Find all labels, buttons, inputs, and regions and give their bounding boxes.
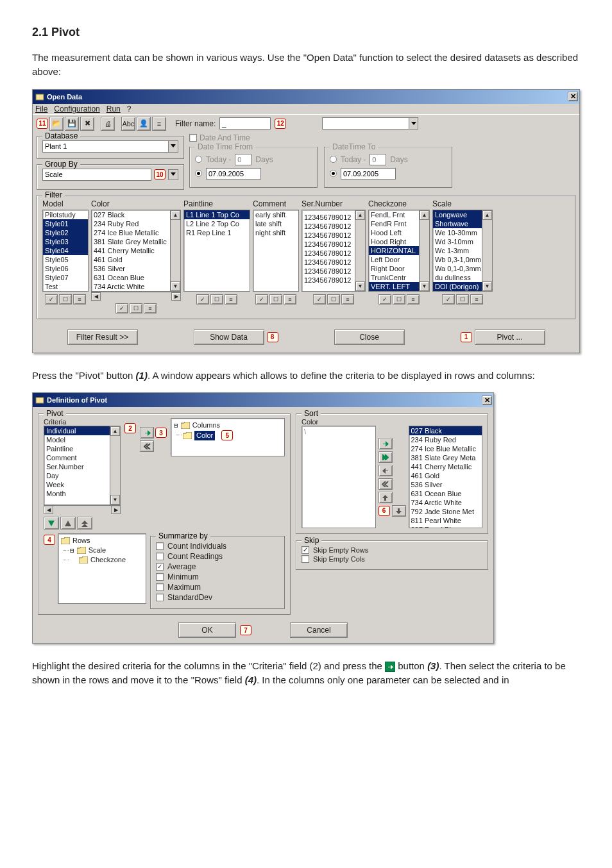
- scale-node[interactable]: Scale: [89, 546, 106, 555]
- list-item[interactable]: VERT. LEFT: [369, 282, 419, 291]
- scrollbar[interactable]: ▲▼: [482, 210, 492, 291]
- list-item[interactable]: Left Door: [369, 255, 419, 264]
- hscrollbar[interactable]: ◀▶: [91, 292, 181, 301]
- list-item[interactable]: We 10-30mm: [433, 228, 482, 237]
- tb-delete[interactable]: ✖: [80, 117, 94, 131]
- from-today-radio[interactable]: [195, 156, 202, 163]
- select-invert-button[interactable]: ≡: [284, 294, 296, 305]
- scrollbar[interactable]: ▲▼: [419, 210, 429, 291]
- scroll-down-icon[interactable]: ▼: [171, 281, 180, 291]
- tb-abc[interactable]: Abc: [121, 117, 135, 131]
- scroll-left-icon[interactable]: ◀: [44, 506, 53, 514]
- from-days-input[interactable]: [235, 154, 251, 165]
- list-item[interactable]: Week: [44, 480, 110, 489]
- summarize-checkbox-maximum[interactable]: [156, 583, 164, 591]
- sort-right-listbox[interactable]: 027 Black234 Ruby Red274 Ice Blue Metall…: [409, 426, 483, 528]
- scroll-up-icon[interactable]: ▲: [171, 210, 180, 220]
- list-item[interactable]: 734 Arctic White: [92, 282, 170, 291]
- list-item[interactable]: Style01: [43, 219, 88, 228]
- scroll-left-icon[interactable]: ◀: [91, 292, 101, 301]
- list-item[interactable]: late shift: [253, 219, 298, 228]
- list-item[interactable]: early shift: [253, 210, 298, 219]
- list-item[interactable]: Comment: [44, 453, 110, 462]
- list-item[interactable]: Right Door: [369, 264, 419, 273]
- list-item[interactable]: Wd 3-10mm: [433, 237, 482, 246]
- select-all-button[interactable]: ✓: [442, 294, 455, 305]
- list-item[interactable]: 631 Ocean Blue: [92, 273, 170, 282]
- list-item[interactable]: 274 Ice Blue Metallic: [92, 228, 170, 237]
- list-item[interactable]: FendL Frnt: [369, 210, 419, 219]
- list-item[interactable]: DOI (Dorigon): [433, 282, 482, 291]
- to-today-radio[interactable]: [330, 156, 337, 163]
- columns-color-node[interactable]: Color: [194, 431, 215, 440]
- from-date-radio[interactable]: [195, 170, 202, 177]
- pivot-button[interactable]: Pivot ...: [475, 330, 545, 345]
- list-item[interactable]: Shortwave: [433, 219, 482, 228]
- chevron-down-icon[interactable]: [168, 169, 178, 180]
- list-item[interactable]: Wb 0,3-1,0mm: [433, 255, 482, 264]
- select-none-button[interactable]: ☐: [210, 294, 223, 305]
- filter-list-scale[interactable]: LongwaveShortwaveWe 10-30mmWd 3-10mmWc 1…: [432, 210, 493, 292]
- scroll-up-icon[interactable]: ▲: [482, 210, 492, 220]
- list-item[interactable]: 381 Slate Grey Metallic: [92, 237, 170, 246]
- list-item[interactable]: 987 Royal Blue: [409, 525, 482, 528]
- scroll-down-icon[interactable]: ▼: [110, 495, 120, 505]
- sort-move-all-left[interactable]: [378, 478, 393, 490]
- select-none-button[interactable]: ☐: [130, 303, 142, 313]
- menu-run[interactable]: Run: [106, 104, 121, 113]
- columns-tree[interactable]: ⊟ Columns Color 5: [171, 418, 285, 456]
- list-item[interactable]: 027 Black: [409, 426, 482, 435]
- tb-list[interactable]: ≡: [152, 117, 166, 131]
- list-item[interactable]: night shift: [253, 228, 298, 237]
- select-none-button[interactable]: ☐: [456, 294, 469, 305]
- list-item[interactable]: 123456789012: [302, 249, 355, 258]
- list-item[interactable]: Hood Left: [369, 228, 419, 237]
- list-item[interactable]: 123456789012: [302, 276, 355, 285]
- scroll-right-icon[interactable]: ▶: [171, 292, 181, 301]
- to-days-input[interactable]: [370, 154, 386, 165]
- list-item[interactable]: 123456789012: [302, 267, 355, 276]
- sort-move-all-right[interactable]: [378, 451, 393, 463]
- list-item[interactable]: Longwave: [433, 210, 482, 219]
- list-item[interactable]: Style02: [43, 228, 88, 237]
- select-all-button[interactable]: ✓: [45, 294, 58, 305]
- filter-name-short[interactable]: [219, 117, 271, 129]
- filter-name-combo-input[interactable]: [323, 118, 409, 129]
- nav-down-button[interactable]: [44, 517, 59, 530]
- filter-list-color[interactable]: 027 Black234 Ruby Red274 Ice Blue Metall…: [91, 210, 181, 292]
- list-item[interactable]: 234 Ruby Red: [409, 435, 482, 444]
- filter-list-sernumber[interactable]: 1234567890121234567890121234567890121234…: [302, 210, 366, 292]
- chevron-down-icon[interactable]: [168, 141, 178, 152]
- list-item[interactable]: 461 Gold: [409, 471, 482, 480]
- list-item[interactable]: L2 Line 2 Top Co: [184, 219, 250, 228]
- scroll-right-icon[interactable]: ▶: [111, 506, 121, 514]
- select-none-button[interactable]: ☐: [327, 294, 340, 305]
- list-item[interactable]: L1 Line 1 Top Co: [184, 210, 250, 219]
- list-item[interactable]: 123456789012: [302, 231, 355, 240]
- select-invert-button[interactable]: ≡: [341, 294, 354, 305]
- summarize-checkbox-standarddev[interactable]: [156, 594, 164, 601]
- list-item[interactable]: Month: [44, 489, 110, 498]
- list-item[interactable]: Model: [44, 435, 110, 444]
- list-item[interactable]: 536 Silver: [409, 480, 482, 489]
- tb-open[interactable]: 📂: [49, 117, 64, 131]
- list-item[interactable]: 027 Black: [92, 210, 170, 219]
- list-item[interactable]: du dullness: [433, 273, 482, 282]
- move-left-all-button[interactable]: [140, 440, 154, 452]
- list-item[interactable]: 536 Silver: [92, 264, 170, 273]
- tb-print[interactable]: 🖨: [101, 117, 115, 131]
- list-item[interactable]: 441 Cherry Metallic: [92, 246, 170, 255]
- checkzone-node[interactable]: Checkzone: [90, 555, 126, 565]
- scroll-up-icon[interactable]: ▲: [420, 210, 429, 220]
- sort-move-right[interactable]: [378, 438, 393, 449]
- skip-cols-checkbox[interactable]: [302, 555, 309, 563]
- select-invert-button[interactable]: ≡: [73, 294, 86, 305]
- list-item[interactable]: FendR Frnt: [369, 219, 419, 228]
- filter-result-button[interactable]: Filter Result >>: [67, 330, 138, 345]
- list-item[interactable]: 123456789012: [302, 258, 355, 267]
- list-item[interactable]: Day: [44, 471, 110, 480]
- filter-list-comment[interactable]: early shiftlate shiftnight shift: [253, 210, 299, 292]
- list-item[interactable]: Test: [43, 282, 88, 291]
- scroll-up-icon[interactable]: ▲: [355, 210, 365, 220]
- summarize-checkbox-count-individuals[interactable]: [156, 542, 164, 550]
